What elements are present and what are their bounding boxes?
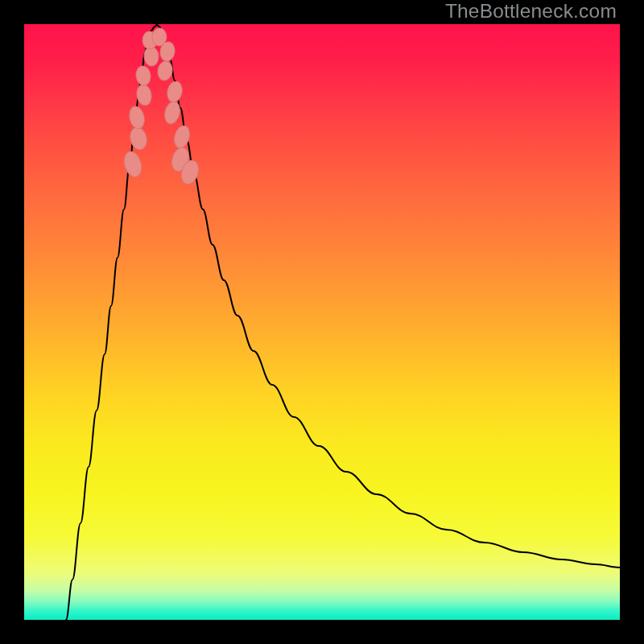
bead-cluster — [122, 28, 201, 187]
watermark-text: TheBottleneck.com — [445, 0, 617, 23]
bead — [134, 65, 151, 86]
bead — [122, 150, 144, 179]
bead — [127, 105, 146, 130]
bead — [165, 80, 184, 103]
curve-layer — [24, 24, 620, 620]
plot-area — [24, 24, 620, 620]
chart-frame: TheBottleneck.com — [0, 0, 644, 644]
v-curve — [66, 25, 620, 620]
bead — [128, 126, 149, 151]
